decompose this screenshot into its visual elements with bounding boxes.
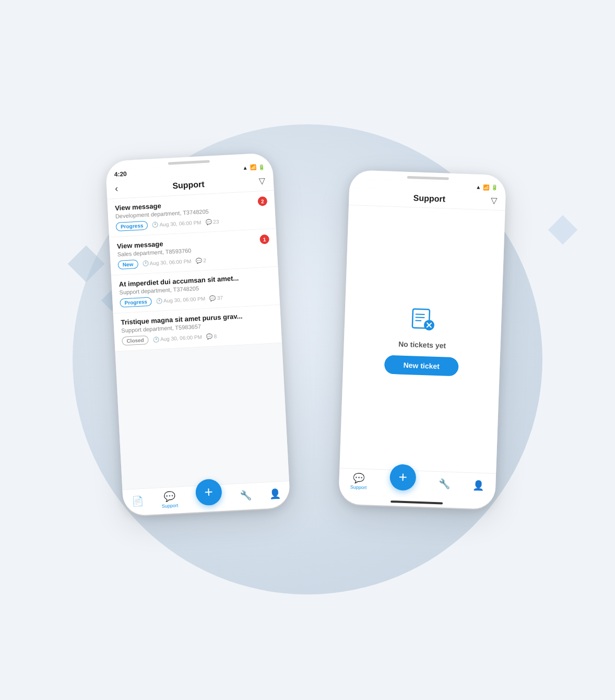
status-icons-1: ▲ 📶 🔋 — [242, 164, 264, 170]
meta-comments-3: 💬 37 — [209, 295, 223, 301]
support-icon-2: 💬 — [353, 472, 365, 484]
support-label-2: Support — [350, 484, 367, 490]
signal-icon-1: ▲ — [242, 165, 247, 171]
status-icons-2: ▲ 📶 🔋 — [476, 184, 498, 190]
filter-icon-1[interactable]: ▽ — [258, 176, 265, 186]
bottom-nav-2: 💬 Support + 🔧 👤 — [339, 468, 496, 500]
ticket-list: View message Development department, T37… — [107, 191, 289, 489]
profile-icon-1: 👤 — [269, 488, 281, 500]
new-ticket-button[interactable]: New ticket — [384, 355, 458, 376]
meta-time-2: 🕐 Aug 30, 06:00 PM — [142, 258, 192, 266]
nav-item-profile-1[interactable]: 👤 — [269, 488, 281, 500]
battery-icon-1: 🔋 — [258, 164, 265, 170]
no-tickets-icon — [408, 304, 438, 334]
home-bar-line-2 — [391, 500, 443, 504]
meta-comments-2: 💬 2 — [195, 258, 206, 264]
notch-bar-2 — [407, 176, 449, 180]
meta-comments-1: 💬 23 — [205, 219, 219, 225]
badge-progress-1: Progress — [116, 221, 148, 231]
notch-bar-1 — [168, 160, 210, 165]
nav-item-support-2[interactable]: 💬 Support — [350, 472, 368, 490]
nav-item-tools-2[interactable]: 🔧 — [439, 478, 451, 490]
badge-new-2: New — [117, 260, 138, 270]
nav-item-docs-1[interactable]: 📄 — [132, 495, 144, 507]
status-time-1: 4:20 — [114, 170, 127, 178]
wifi-icon-1: 📶 — [250, 164, 256, 170]
filter-icon-2[interactable]: ▽ — [491, 195, 498, 205]
deco-diamond-3 — [548, 215, 578, 245]
badge-progress-3: Progress — [120, 297, 152, 308]
no-tickets-text: No tickets yet — [398, 340, 446, 349]
header-title-2: Support — [413, 193, 445, 204]
tools-icon-1: 🔧 — [240, 489, 252, 501]
header-title-1: Support — [172, 179, 205, 190]
meta-time-1: 🕐 Aug 30, 06:00 PM — [152, 219, 202, 228]
svg-line-2 — [416, 317, 424, 318]
nav-item-tools-1[interactable]: 🔧 — [240, 489, 252, 501]
battery-icon-2: 🔋 — [491, 184, 498, 190]
ticket-item-4[interactable]: Tristique magna sit amet purus grav... S… — [113, 305, 282, 352]
docs-icon-1: 📄 — [132, 495, 144, 507]
badge-closed-4: Closed — [122, 335, 149, 346]
signal-icon-2: ▲ — [476, 184, 481, 190]
phone-2: ▲ 📶 🔋 Support ▽ — [338, 170, 506, 509]
wifi-icon-2: 📶 — [483, 184, 489, 190]
meta-time-3: 🕐 Aug 30, 06:00 PM — [156, 296, 206, 304]
nav-item-profile-2[interactable]: 👤 — [472, 480, 484, 492]
tools-icon-2: 🔧 — [439, 478, 451, 490]
nav-item-support-1[interactable]: 💬 Support — [161, 490, 178, 509]
empty-state: No tickets yet New ticket — [339, 205, 505, 473]
meta-comments-4: 💬 8 — [206, 333, 217, 340]
profile-icon-2: 👤 — [472, 480, 484, 492]
notification-badge-1: 2 — [257, 196, 267, 206]
fab-button-2[interactable]: + — [389, 464, 417, 491]
meta-time-4: 🕐 Aug 30, 06:00 PM — [152, 334, 202, 343]
support-icon-1: 💬 — [163, 491, 175, 503]
phone-1: 4:20 ▲ 📶 🔋 ‹ Support ▽ View message Deve… — [105, 153, 290, 516]
svg-line-1 — [416, 314, 424, 314]
support-label-1: Support — [162, 503, 179, 509]
phones-container: 4:20 ▲ 📶 🔋 ‹ Support ▽ View message Deve… — [104, 125, 511, 575]
back-button-1[interactable]: ‹ — [115, 183, 119, 194]
